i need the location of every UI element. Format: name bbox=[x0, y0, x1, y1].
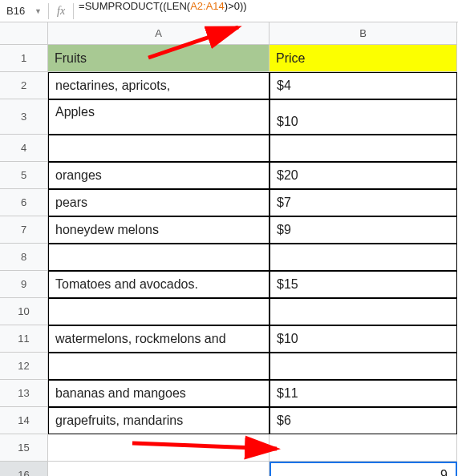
selected-cell[interactable]: 9 bbox=[270, 462, 457, 476]
cell[interactable]: grapefruits, mandarins bbox=[48, 407, 270, 434]
cell[interactable]: oranges bbox=[48, 162, 270, 189]
table-row: 15 bbox=[0, 434, 458, 462]
table-row: 10 bbox=[0, 298, 458, 325]
table-row: 7honeydew melons$9 bbox=[0, 216, 458, 244]
header-cell-price[interactable]: Price bbox=[270, 45, 457, 72]
name-box-value: B16 bbox=[6, 5, 25, 17]
table-row: 2nectarines, apricots,$4 bbox=[0, 72, 458, 99]
fx-icon: fx bbox=[49, 5, 73, 18]
header-cell-fruits[interactable]: Fruits bbox=[48, 45, 270, 72]
col-header-a[interactable]: A bbox=[48, 22, 270, 45]
table-row: 8 bbox=[0, 244, 458, 271]
cell[interactable] bbox=[270, 244, 457, 271]
table-row: 3Apples$10 bbox=[0, 99, 458, 135]
table-row: 169 bbox=[0, 462, 458, 476]
row-header[interactable]: 11 bbox=[0, 325, 48, 353]
formula-range: A2:A14 bbox=[190, 0, 225, 12]
cell[interactable]: $4 bbox=[270, 72, 457, 99]
spreadsheet-grid: A B 1FruitsPrice2nectarines, apricots,$4… bbox=[0, 22, 458, 476]
formula-prefix: =SUMPRODUCT((LEN( bbox=[79, 0, 190, 12]
row-header[interactable]: 14 bbox=[0, 407, 48, 434]
row-header[interactable]: 4 bbox=[0, 135, 48, 162]
cell[interactable] bbox=[270, 353, 457, 380]
name-box[interactable]: B16 ▼ bbox=[0, 5, 48, 17]
row-header[interactable]: 9 bbox=[0, 271, 48, 298]
row-header[interactable]: 16 bbox=[0, 462, 48, 476]
cell[interactable]: $15 bbox=[270, 271, 457, 298]
table-row: 11watermelons, rockmelons and$10 bbox=[0, 325, 458, 353]
cell[interactable]: $11 bbox=[270, 380, 457, 407]
table-row: 14grapefruits, mandarins$6 bbox=[0, 407, 458, 434]
cell[interactable]: $20 bbox=[270, 162, 457, 189]
row-header[interactable]: 7 bbox=[0, 216, 48, 244]
row-header[interactable]: 8 bbox=[0, 244, 48, 271]
cell[interactable]: $7 bbox=[270, 189, 457, 216]
cell[interactable]: Tomatoes and avocados. bbox=[48, 271, 270, 298]
table-row: 9Tomatoes and avocados.$15 bbox=[0, 271, 458, 298]
cell[interactable]: pears bbox=[48, 189, 270, 216]
cell[interactable] bbox=[270, 434, 457, 462]
table-row: 4 bbox=[0, 135, 458, 162]
formula-suffix: )>0)) bbox=[225, 0, 247, 12]
cell[interactable] bbox=[48, 434, 270, 462]
row-header[interactable]: 5 bbox=[0, 162, 48, 189]
row-header[interactable]: 12 bbox=[0, 353, 48, 380]
dropdown-icon[interactable]: ▼ bbox=[34, 7, 42, 15]
cell[interactable] bbox=[270, 298, 457, 325]
table-row: 5oranges$20 bbox=[0, 162, 458, 189]
row-header[interactable]: 3 bbox=[0, 99, 48, 135]
cell[interactable] bbox=[48, 353, 270, 380]
cell[interactable] bbox=[48, 244, 270, 271]
formula-input[interactable]: =SUMPRODUCT((LEN(A2:A14)>0)) bbox=[74, 0, 458, 22]
table-row: 6pears$7 bbox=[0, 189, 458, 216]
cell[interactable]: bananas and mangoes bbox=[48, 380, 270, 407]
cell[interactable] bbox=[48, 298, 270, 325]
formula-bar: B16 ▼ fx =SUMPRODUCT((LEN(A2:A14)>0)) bbox=[0, 0, 458, 22]
column-header-row: A B bbox=[0, 22, 458, 45]
row-header[interactable]: 10 bbox=[0, 298, 48, 325]
cell[interactable]: honeydew melons bbox=[48, 216, 270, 244]
row-header[interactable]: 2 bbox=[0, 72, 48, 99]
row-header[interactable]: 1 bbox=[0, 45, 48, 72]
row-header[interactable]: 15 bbox=[0, 434, 48, 462]
row-header[interactable]: 13 bbox=[0, 380, 48, 407]
cell[interactable] bbox=[270, 135, 457, 162]
row-header[interactable]: 6 bbox=[0, 189, 48, 216]
cell[interactable]: watermelons, rockmelons and bbox=[48, 325, 270, 353]
cell[interactable]: Apples bbox=[48, 99, 270, 135]
select-all-corner[interactable] bbox=[0, 22, 48, 45]
cell[interactable] bbox=[48, 462, 270, 476]
cell[interactable]: $10 bbox=[270, 99, 457, 135]
cell[interactable]: $9 bbox=[270, 216, 457, 244]
table-row: 13bananas and mangoes$11 bbox=[0, 380, 458, 407]
cell[interactable] bbox=[48, 135, 270, 162]
table-row: 12 bbox=[0, 353, 458, 380]
col-header-b[interactable]: B bbox=[270, 22, 457, 45]
table-row: 1FruitsPrice bbox=[0, 45, 458, 72]
cell[interactable]: nectarines, apricots, bbox=[48, 72, 270, 99]
cell[interactable]: $10 bbox=[270, 325, 457, 353]
cell[interactable]: $6 bbox=[270, 407, 457, 434]
